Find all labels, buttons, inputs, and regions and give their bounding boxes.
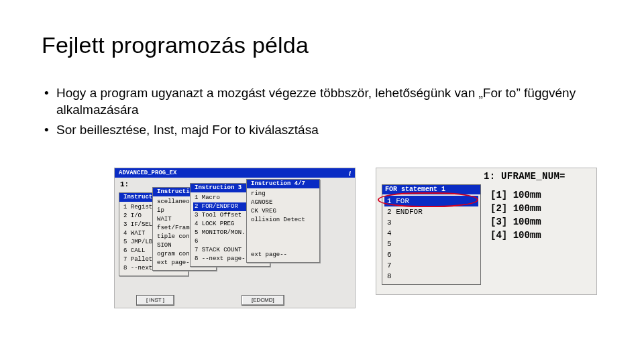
menu-header: FOR statement 1 [382, 185, 480, 194]
menu-item[interactable]: 1 FOR [384, 196, 478, 206]
menu-item[interactable] [250, 233, 317, 242]
bullet-item: Sor beillesztése, Inst, majd For to kivá… [42, 122, 602, 139]
edcmd-button[interactable]: [EDCMD] [241, 295, 284, 306]
program-line: [4] 100mm [490, 229, 541, 242]
menu-item[interactable]: ollision Detect [250, 216, 317, 225]
menu-item[interactable]: 3 [384, 217, 478, 228]
menu-item[interactable]: AGNOSE [250, 198, 317, 207]
menu-stack: Instruction 1 1 Registers 2 I/O 3 IF/SEL… [115, 188, 356, 289]
program-line-1: 1: UFRAME_NUM= [484, 171, 566, 182]
for-statement-menu[interactable]: FOR statement 1 1 FOR 2 ENDFOR 3 4 5 6 7… [382, 184, 481, 285]
info-icon: i [349, 168, 351, 178]
left-screenshot: ADVANCED_PROG_EX i 1: Instruction 1 1 Re… [114, 168, 356, 308]
menu-item[interactable] [250, 225, 317, 233]
menu-item[interactable]: 7 [384, 260, 478, 271]
program-line: [1] 100mm [490, 188, 541, 202]
figure-area: ADVANCED_PROG_EX i 1: Instruction 1 1 Re… [114, 168, 597, 322]
program-line: [2] 100mm [490, 202, 541, 215]
program-name: ADVANCED_PROG_EX [119, 170, 176, 176]
program-line: [3] 100mm [490, 215, 541, 229]
menu-item[interactable]: 4 [384, 228, 478, 239]
inst-button[interactable]: [ INST ] [136, 295, 174, 306]
menu-item[interactable]: CK VREG [250, 207, 317, 216]
footer-buttons: [ INST ] [EDCMD] [115, 294, 356, 306]
menu-item[interactable]: 5 [384, 239, 478, 249]
program-titlebar: ADVANCED_PROG_EX i [115, 168, 355, 178]
menu-item[interactable]: 8 [384, 271, 478, 282]
menu-item[interactable]: 2 ENDFOR [384, 206, 478, 217]
right-screenshot: 1: UFRAME_NUM= FOR statement 1 1 FOR 2 E… [376, 168, 597, 295]
bullet-item: Hogy a program ugyanazt a mozgást végezz… [42, 85, 602, 118]
menu-item[interactable] [250, 242, 317, 251]
instruction-menu-4[interactable]: Instruction 4/7 ring AGNOSE CK VREG olli… [246, 179, 320, 263]
menu-item[interactable]: ext page-- [250, 251, 317, 259]
menu-header: Instruction 4/7 [247, 180, 319, 188]
page-title: Fejlett programozás példa [42, 32, 602, 58]
menu-item[interactable]: ring [250, 190, 317, 198]
program-lines: [1] 100mm [2] 100mm [3] 100mm [4] 100mm [490, 188, 541, 242]
bullet-list: Hogy a program ugyanazt a mozgást végezz… [42, 85, 602, 139]
menu-item[interactable]: 6 [384, 249, 478, 260]
